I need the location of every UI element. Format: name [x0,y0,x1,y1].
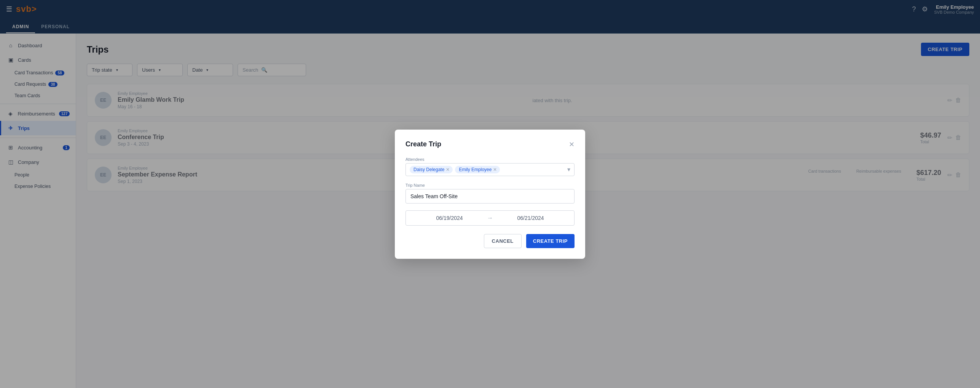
end-date: 06/21/2024 [493,215,568,221]
close-icon[interactable]: ✕ [569,140,575,149]
trip-name-group: Trip Name [405,183,575,204]
attendee-chip-daisy: Daisy Delegate ✕ [410,166,453,173]
remove-attendee-icon[interactable]: ✕ [446,167,450,172]
modal-overlay[interactable]: Create Trip ✕ Attendees Daisy Delegate ✕… [0,0,980,388]
trip-name-input[interactable] [405,189,575,204]
attendee-chip-emily: Emily Employee ✕ [455,166,500,173]
start-date: 06/19/2024 [412,215,487,221]
modal-actions: CANCEL CREATE TRIP [405,234,575,248]
attendee-name: Daisy Delegate [413,167,444,172]
attendee-name: Emily Employee [459,167,492,172]
arrow-right-icon: → [487,215,493,221]
attendees-label: Attendees [405,157,575,162]
create-trip-submit-button[interactable]: CREATE TRIP [526,234,575,248]
date-range-picker[interactable]: 06/19/2024 → 06/21/2024 [405,210,575,226]
modal-header: Create Trip ✕ [405,140,575,149]
date-range-group: 06/19/2024 → 06/21/2024 [405,210,575,226]
modal-title: Create Trip [405,140,441,148]
attendees-field[interactable]: Daisy Delegate ✕ Emily Employee ✕ ▾ [405,163,575,176]
chevron-down-icon: ▾ [567,166,570,173]
remove-attendee-icon[interactable]: ✕ [493,167,497,172]
create-trip-modal: Create Trip ✕ Attendees Daisy Delegate ✕… [395,130,585,259]
trip-name-label: Trip Name [405,183,575,188]
cancel-button[interactable]: CANCEL [484,234,522,248]
attendees-group: Attendees Daisy Delegate ✕ Emily Employe… [405,157,575,176]
